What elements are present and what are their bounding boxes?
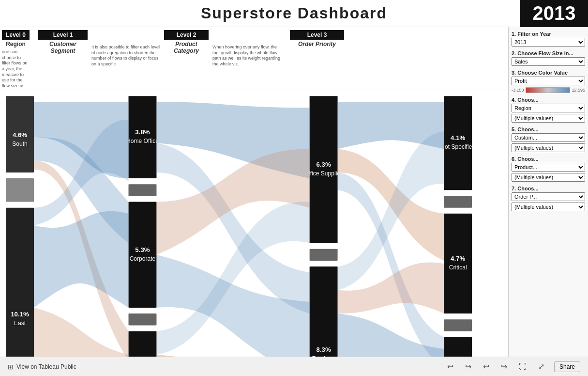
sankey-svg: 4.6% South 10.1% East 3.8% Home Office 5… — [0, 90, 508, 357]
content-area: Level 0 Region one can choose to filter … — [0, 27, 588, 357]
level0-box: Level 0 — [2, 30, 30, 40]
gradient-min-label: -3,158 — [512, 88, 524, 93]
svg-rect-12 — [129, 331, 157, 357]
svg-text:4.1%: 4.1% — [451, 134, 465, 141]
dashboard-title: Superstore Dashboard — [68, 4, 520, 22]
filter7-select1[interactable]: Order P... — [512, 192, 585, 201]
filter1-label: 1. Filter on Year — [512, 31, 585, 37]
svg-text:Critical: Critical — [449, 264, 467, 271]
filter2-section: 2. Choose Flow Size In... Sales — [512, 50, 585, 66]
svg-text:8.3%: 8.3% — [317, 346, 331, 353]
share-button[interactable]: Share — [554, 361, 580, 372]
filter7-section: 7. Choos... Order P... (Multiple values) — [512, 186, 585, 211]
filter1-select[interactable]: 2013 — [512, 38, 585, 47]
level2-desc-area: When hovering over any flow, the tooltip… — [211, 27, 288, 90]
sankey-visualization: 4.6% South 10.1% East 3.8% Home Office 5… — [0, 90, 508, 357]
svg-text:4.7%: 4.7% — [451, 255, 465, 262]
filter3-section: 3. Choose Color Value Profit -3,158 12,5… — [512, 70, 585, 93]
filter6-label: 6. Choos... — [512, 156, 585, 162]
header: Superstore Dashboard 2013 — [0, 0, 588, 27]
filter4-select2[interactable]: (Multiple values) — [512, 114, 585, 123]
view-tableau-link[interactable]: View on Tableau Public — [16, 363, 76, 370]
level2-desc: When hovering over any flow, the tooltip… — [212, 45, 286, 67]
filter5-select2[interactable]: (Multiple values) — [512, 143, 585, 152]
filter4-label: 4. Choos... — [512, 97, 585, 103]
svg-text:Corporate: Corporate — [130, 255, 156, 262]
svg-text:East: East — [14, 320, 26, 327]
svg-text:3.8%: 3.8% — [135, 128, 150, 136]
level0-sublabel: Region — [2, 41, 30, 47]
level2-header: Level 2 Product Category — [162, 27, 211, 90]
filter6-section: 6. Choos... Product... (Multiple values) — [512, 156, 585, 182]
gap0 — [31, 27, 36, 90]
svg-rect-20 — [310, 249, 338, 261]
filter2-select[interactable]: Sales — [512, 57, 585, 66]
svg-rect-10 — [129, 202, 157, 308]
svg-text:Not Specified: Not Specified — [440, 143, 475, 150]
sidebar-controls: 1. Filter on Year 2013 2. Choose Flow Si… — [508, 27, 588, 357]
level3-sublabel: Order Priority — [290, 41, 344, 47]
filter3-select[interactable]: Profit — [512, 77, 585, 85]
filter4-section: 4. Choos... Region (Multiple values) — [512, 97, 585, 123]
svg-rect-3 — [6, 208, 34, 357]
filter2-label: 2. Choose Flow Size In... — [512, 50, 585, 56]
filter3-label: 3. Choose Color Value — [512, 70, 585, 76]
svg-rect-8 — [129, 96, 157, 178]
filter7-select2[interactable]: (Multiple values) — [512, 203, 585, 211]
svg-text:Home Office: Home Office — [126, 138, 159, 144]
svg-text:South: South — [12, 141, 28, 147]
level-headers-row: Level 0 Region one can choose to filter … — [0, 27, 508, 90]
back-button[interactable]: ↩ — [481, 360, 491, 373]
gradient-max-label: 12,595 — [572, 88, 585, 93]
svg-rect-11 — [129, 313, 157, 325]
svg-rect-2 — [6, 178, 34, 202]
svg-rect-30 — [444, 337, 472, 357]
level2-box: Level 2 — [164, 30, 209, 40]
svg-rect-9 — [129, 184, 157, 196]
level1-header: Level 1 Customer Segment — [36, 27, 90, 90]
undo-button[interactable]: ↩ — [445, 360, 455, 373]
filter4-select1[interactable]: Region — [512, 104, 585, 112]
gradient-bar — [526, 87, 571, 93]
bottom-bar: ⊞ View on Tableau Public ↩ ↪ ↩ ↪ ⛶ ⤢ Sha… — [0, 357, 588, 376]
svg-rect-27 — [444, 196, 472, 207]
forward-button[interactable]: ↪ — [499, 360, 509, 373]
svg-rect-28 — [444, 214, 472, 313]
level3-header: Level 3 Order Priority — [288, 27, 346, 90]
svg-rect-19 — [310, 96, 338, 243]
level1-box: Level 1 — [38, 30, 88, 40]
sankey-area: Level 0 Region one can choose to filter … — [0, 27, 508, 357]
filter7-label: 7. Choos... — [512, 186, 585, 191]
level1-desc-area: It is also possible to filter each level… — [90, 27, 162, 90]
bottom-right: ↩ ↪ ↩ ↪ ⛶ ⤢ Share — [445, 360, 580, 373]
level1-sublabel: Customer Segment — [38, 41, 88, 54]
year-badge: 2013 — [520, 0, 588, 27]
svg-text:10.1%: 10.1% — [11, 311, 29, 318]
filter1-section: 1. Filter on Year 2013 — [512, 31, 585, 47]
level1-desc: It is also possible to filter each level… — [91, 45, 160, 67]
svg-rect-29 — [444, 319, 472, 331]
bottom-left: ⊞ View on Tableau Public — [8, 363, 76, 371]
svg-text:6.3%: 6.3% — [317, 161, 331, 168]
filter6-select1[interactable]: Product... — [512, 163, 585, 172]
filter5-select1[interactable]: Custom... — [512, 133, 585, 142]
filter6-select2[interactable]: (Multiple values) — [512, 173, 585, 182]
svg-text:4.6%: 4.6% — [13, 131, 27, 139]
filter5-label: 5. Choos... — [512, 126, 585, 132]
gradient-container: -3,158 12,595 — [512, 87, 585, 93]
level2-sublabel: Product Category — [164, 41, 209, 54]
svg-text:Furniture: Furniture — [312, 355, 335, 357]
filter5-section: 5. Choos... Custom... (Multiple values) — [512, 126, 585, 152]
svg-text:Office Supplies: Office Supplies — [304, 170, 343, 177]
svg-rect-21 — [310, 266, 338, 357]
redo-button[interactable]: ↪ — [463, 360, 473, 373]
level3-box: Level 3 — [290, 30, 344, 40]
fullscreen-button[interactable]: ⤢ — [536, 360, 546, 373]
svg-rect-26 — [444, 96, 472, 190]
tableau-icon: ⊞ — [8, 363, 14, 371]
level0-header: Level 0 Region one can choose to filter … — [0, 27, 31, 90]
svg-text:5.3%: 5.3% — [135, 246, 150, 253]
expand-button[interactable]: ⛶ — [517, 360, 528, 373]
